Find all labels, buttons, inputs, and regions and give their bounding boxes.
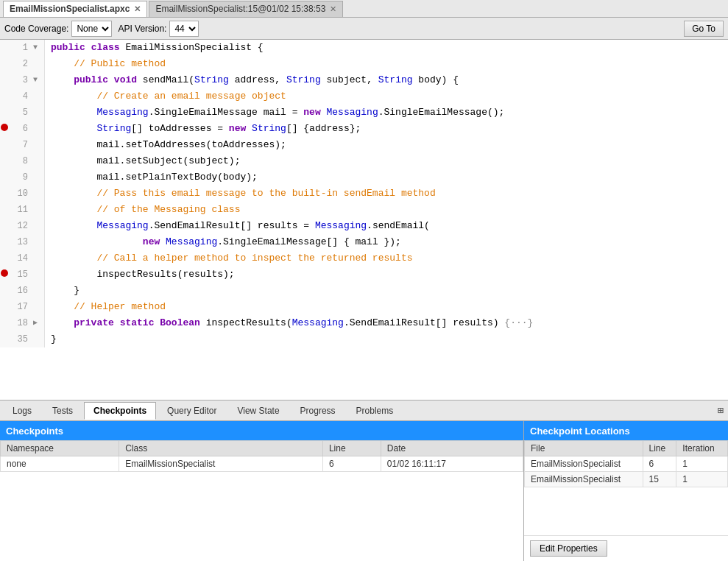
tab-file-1[interactable]: EmailMissionSpecialist.apxc ✕ [3, 1, 147, 17]
api-group: API Version: 44 [118, 21, 199, 37]
line-content: String[] toAddresses = new String[] {add… [45, 121, 361, 137]
fold-indicator[interactable]: ▼ [31, 40, 40, 56]
loc-cell-line: 6 [643, 456, 676, 472]
table-row[interactable]: EmailMissionSpecialist61 [525, 456, 728, 472]
code-line: 6 String[] toAddresses = new String[] {a… [0, 121, 728, 137]
line-number: 18 [9, 315, 31, 331]
api-select[interactable]: 44 [169, 21, 199, 37]
code-line: 3▼ public void sendMail(String address, … [0, 72, 728, 88]
bottom-panel: Checkpoints Namespace Class Line Date no… [0, 421, 728, 561]
code-line: 5 Messaging.SingleEmailMessage mail = ne… [0, 105, 728, 121]
breakpoint-indicator[interactable] [0, 267, 9, 283]
tab-bar: EmailMissionSpecialist.apxc ✕ EmailMissi… [0, 0, 728, 18]
checkpoint-locations-header: Checkpoint Locations [524, 421, 728, 440]
toolbar: Code Coverage: None API Version: 44 Go T… [0, 18, 728, 40]
code-line: 2 // Public method [0, 56, 728, 72]
code-line: 12 Messaging.SendEmailResult[] results =… [0, 218, 728, 234]
breakpoint-indicator[interactable] [0, 121, 9, 137]
code-editor: 1▼public class EmailMissionSpecialist {2… [0, 40, 728, 401]
cell-date: 01/02 16:11:17 [381, 456, 523, 472]
bottom-tab-view_state[interactable]: View State [227, 402, 289, 420]
line-number: 12 [9, 218, 31, 234]
line-number: 2 [9, 56, 31, 72]
line-number: 15 [9, 267, 31, 283]
line-number: 14 [9, 250, 31, 267]
line-number: 5 [9, 105, 31, 121]
bottom-tab-progress[interactable]: Progress [291, 402, 345, 420]
line-content: mail.setPlainTextBody(body); [45, 169, 258, 186]
fold-indicator[interactable]: ▼ [31, 72, 40, 88]
line-content: private static Boolean inspectResults(Me… [45, 315, 533, 331]
line-content: new Messaging.SingleEmailMessage[] { mai… [45, 234, 401, 250]
table-row[interactable]: noneEmailMissionSpecialist601/02 16:11:1… [1, 456, 523, 472]
checkpoints-title: Checkpoints [6, 426, 63, 437]
code-line: 16 } [0, 283, 728, 299]
col-class: Class [119, 441, 323, 456]
line-number: 17 [9, 299, 31, 315]
bottom-tabs-list: LogsTestsCheckpointsQuery EditorView Sta… [3, 402, 718, 420]
cell-line: 6 [322, 456, 381, 472]
code-line: 9 mail.setPlainTextBody(body); [0, 169, 728, 186]
line-content: public void sendMail(String address, Str… [45, 72, 459, 88]
loc-cell-line: 15 [643, 472, 676, 487]
table-row[interactable]: EmailMissionSpecialist151 [525, 472, 728, 487]
checkpoints-header: Checkpoints [0, 421, 523, 440]
line-content: Messaging.SendEmailResult[] results = Me… [45, 218, 430, 234]
panel-footer: Edit Properties [524, 535, 728, 561]
coverage-label: Code Coverage: [4, 24, 68, 34]
bottom-tab-tests[interactable]: Tests [43, 402, 82, 420]
fold-indicator[interactable]: ▶ [31, 315, 40, 331]
code-line: 8 mail.setSubject(subject); [0, 153, 728, 169]
cell-class: EmailMissionSpecialist [119, 456, 323, 472]
code-line: 17 // Helper method [0, 299, 728, 315]
bottom-tab-logs[interactable]: Logs [3, 402, 41, 420]
line-content: inspectResults(results); [45, 267, 235, 283]
breakpoint-dot [1, 269, 8, 277]
code-line: 1▼public class EmailMissionSpecialist { [0, 40, 728, 56]
checkpoints-section: Checkpoints Namespace Class Line Date no… [0, 421, 524, 561]
edit-properties-button[interactable]: Edit Properties [530, 540, 607, 557]
line-number: 1 [9, 40, 31, 56]
coverage-select[interactable]: None [71, 21, 112, 37]
bottom-tab-problems[interactable]: Problems [347, 402, 403, 420]
tab-file-2-label: EmailMissionSpecialist:15@01/02 15:38:53 [155, 4, 325, 14]
line-number: 13 [9, 234, 31, 250]
line-number: 6 [9, 121, 31, 137]
line-number: 10 [9, 186, 31, 202]
line-number: 9 [9, 169, 31, 186]
tab-file-2-close[interactable]: ✕ [330, 4, 336, 14]
loc-cell-iteration: 1 [676, 456, 728, 472]
line-number: 3 [9, 72, 31, 88]
line-content: // Public method [45, 56, 166, 72]
code-line: 4 // Create an email message object [0, 88, 728, 105]
goto-button[interactable]: Go To [684, 21, 724, 37]
cell-namespace: none [1, 456, 119, 472]
code-line: 10 // Pass this email message to the bui… [0, 186, 728, 202]
breakpoint-dot [1, 124, 8, 131]
col-line: Line [322, 441, 381, 456]
code-line: 15 inspectResults(results); [0, 267, 728, 283]
checkpoints-table: Namespace Class Line Date noneEmailMissi… [0, 440, 523, 472]
line-number: 16 [9, 283, 31, 299]
loc-col-iteration: Iteration [676, 441, 728, 456]
expand-icon[interactable]: ⊞ [718, 404, 728, 417]
tab-file-2[interactable]: EmailMissionSpecialist:15@01/02 15:38:53… [149, 1, 343, 17]
checkpoint-locations-section: Checkpoint Locations File Line Iteration… [524, 421, 728, 561]
loc-cell-file: EmailMissionSpecialist [525, 456, 643, 472]
tab-file-1-close[interactable]: ✕ [134, 4, 141, 14]
line-content: // Create an email message object [45, 88, 286, 105]
line-number: 35 [9, 331, 31, 347]
code-line: 7 mail.setToAddresses(toAddresses); [0, 137, 728, 153]
coverage-group: Code Coverage: None [4, 21, 112, 37]
line-number: 8 [9, 153, 31, 169]
loc-cell-iteration: 1 [676, 472, 728, 487]
bottom-tab-checkpoints[interactable]: Checkpoints [84, 402, 156, 420]
api-label: API Version: [118, 24, 166, 34]
col-namespace: Namespace [1, 441, 119, 456]
line-content: // of the Messaging class [45, 202, 240, 218]
code-line: 13 new Messaging.SingleEmailMessage[] { … [0, 234, 728, 250]
bottom-tab-query_editor[interactable]: Query Editor [158, 402, 226, 420]
line-content: mail.setToAddresses(toAddresses); [45, 137, 286, 153]
tab-file-1-label: EmailMissionSpecialist.apxc [10, 4, 130, 14]
line-content: // Call a helper method to inspect the r… [45, 250, 412, 267]
